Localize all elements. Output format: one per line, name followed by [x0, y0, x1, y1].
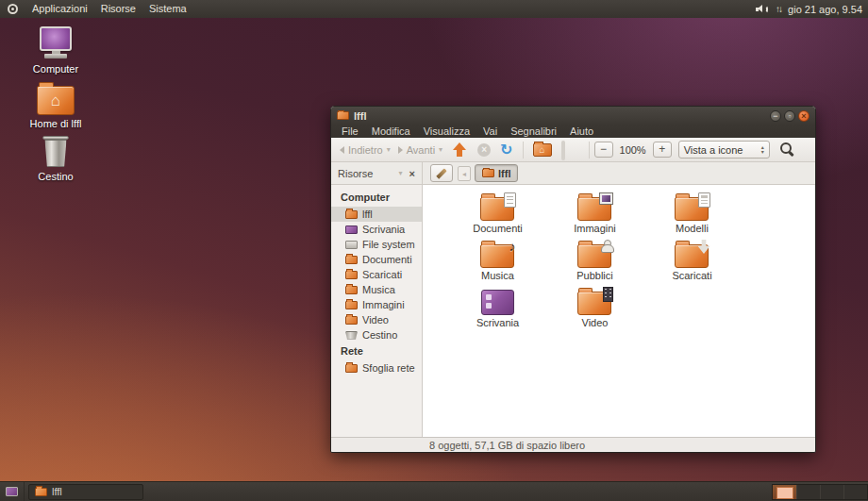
network-updown-icon[interactable]: ↑↓ [776, 4, 781, 14]
folder-icon [345, 271, 358, 279]
toolbar-separator [589, 142, 590, 159]
path-row: Risorse ▾ × ◂ lffl [331, 162, 815, 185]
forward-label: Avanti [407, 144, 435, 156]
file-documenti[interactable]: Documenti [449, 192, 546, 240]
path-button-lffl[interactable]: lffl [475, 164, 518, 182]
titlebar[interactable]: lffl − ▫ × [331, 107, 815, 125]
template-emblem-icon [698, 192, 710, 208]
sidebar-close-button[interactable]: × [409, 168, 415, 179]
sidebar-item-video[interactable]: Video [331, 312, 422, 327]
document-emblem-icon [504, 192, 516, 208]
sidebar-heading-computer: Computer [331, 189, 422, 207]
path-scroll-left-button[interactable]: ◂ [458, 166, 471, 181]
minimize-button[interactable]: − [770, 110, 781, 122]
workspace-switcher [772, 484, 868, 500]
file-modelli[interactable]: Modelli [643, 192, 741, 240]
desktop-icon-trash[interactable]: Cestino [19, 136, 92, 182]
spinner-icon: ▴▾ [761, 145, 764, 154]
monitor-icon [561, 141, 565, 160]
panel-indicators: ↑↓ gio 21 ago, 9.54 [756, 4, 862, 15]
sidebar-item-lffl[interactable]: lffl [331, 207, 422, 222]
desktop-icon-label: Computer [33, 63, 78, 75]
zoom-level: 100% [620, 144, 646, 156]
top-panel: Applicazioni Risorse Sistema ↑↓ gio 21 a… [0, 0, 868, 18]
workspace-4[interactable] [843, 485, 867, 499]
folder-icon [345, 286, 358, 294]
file-scrivania[interactable]: Scrivania [449, 287, 546, 334]
folder-icon [482, 169, 494, 177]
file-manager-window: lffl − ▫ × File Modifica Visualizza Vai … [330, 106, 816, 453]
stop-button[interactable]: × [477, 143, 491, 157]
menu-modifica[interactable]: Modifica [365, 125, 417, 138]
window-title: lffl [354, 110, 366, 122]
sidebar-item-musica[interactable]: Musica [331, 282, 422, 297]
clock[interactable]: gio 21 ago, 9.54 [788, 4, 862, 15]
film-emblem-icon [603, 287, 613, 302]
status-bar: 8 oggetti, 57,1 GB di spazio libero [331, 437, 815, 452]
menu-vai[interactable]: Vai [476, 125, 504, 138]
menu-segnalibri[interactable]: Segnalibri [504, 125, 563, 138]
back-label: Indietro [348, 144, 383, 156]
edit-location-button[interactable] [430, 164, 453, 182]
sidebar-item-sfoglia-rete[interactable]: Sfoglia rete [331, 360, 422, 376]
back-dropdown-icon: ▾ [387, 145, 391, 154]
forward-button[interactable]: Avanti ▾ [394, 144, 446, 156]
sidebar-item-file-system[interactable]: File system [331, 237, 422, 252]
person-emblem-icon [600, 240, 613, 253]
house-glyph: ⌂ [539, 145, 544, 155]
workspace-1[interactable] [773, 485, 796, 499]
back-button[interactable]: Indietro ▾ [336, 144, 394, 156]
computer-button[interactable] [561, 142, 579, 158]
show-desktop-button[interactable] [0, 482, 25, 501]
maximize-button[interactable]: ▫ [784, 110, 795, 122]
view-mode-value: Vista a icone [684, 144, 743, 156]
menu-visualizza[interactable]: Visualizza [417, 125, 476, 138]
desktop-icon-home[interactable]: ⌂ Home di lffl [19, 81, 92, 129]
ubuntu-logo-icon[interactable] [8, 4, 18, 14]
home-button[interactable]: ⌂ [533, 143, 552, 157]
home-folder-icon: ⌂ [37, 86, 75, 115]
places-label: Risorse [338, 168, 373, 179]
taskbar-window-label: lffl [52, 486, 62, 497]
toolbar-separator [523, 142, 524, 159]
desktop-icons: Computer ⌂ Home di lffl Cestino [19, 26, 92, 189]
sidebar-heading-rete: Rete [331, 342, 422, 360]
menu-sistema[interactable]: Sistema [142, 0, 193, 18]
close-button[interactable]: × [798, 110, 810, 122]
zoom-in-button[interactable]: + [653, 142, 672, 158]
menu-file[interactable]: File [335, 125, 365, 138]
desktop: Applicazioni Risorse Sistema ↑↓ gio 21 a… [0, 0, 868, 501]
path-label: lffl [498, 168, 510, 179]
volume-icon[interactable] [756, 4, 769, 14]
menu-risorse[interactable]: Risorse [94, 0, 142, 18]
sidebar-item-scrivania[interactable]: Scrivania [331, 222, 422, 237]
show-desktop-icon [6, 487, 18, 496]
file-video[interactable]: Video [546, 287, 643, 334]
desktop-icon-computer[interactable]: Computer [19, 26, 92, 75]
search-button[interactable] [780, 142, 794, 157]
sidebar-item-scaricati[interactable]: Scaricati [331, 267, 422, 282]
file-musica[interactable]: ♪ Musica [449, 240, 546, 287]
pencil-icon [436, 168, 446, 178]
drive-icon [345, 241, 358, 249]
up-button[interactable] [452, 142, 467, 158]
file-immagini[interactable]: Immagini [546, 192, 643, 240]
taskbar-window-button[interactable]: lffl [28, 484, 143, 500]
chevron-left-icon: ◂ [462, 170, 466, 178]
sidebar-item-documenti[interactable]: Documenti [331, 252, 422, 267]
menu-aiuto[interactable]: Aiuto [563, 125, 600, 138]
zoom-out-button[interactable]: − [594, 142, 613, 158]
menu-applicazioni[interactable]: Applicazioni [25, 0, 94, 18]
file-scaricati[interactable]: Scaricati [643, 240, 741, 287]
view-mode-select[interactable]: Vista a icone ▴▾ [678, 141, 770, 159]
workspace-2[interactable] [796, 485, 820, 499]
refresh-button[interactable]: ↻ [500, 142, 512, 158]
file-pubblici[interactable]: Pubblici [546, 240, 643, 287]
house-glyph: ⌂ [51, 92, 60, 109]
sidebar-item-immagini[interactable]: Immagini [331, 297, 422, 312]
music-note-emblem-icon: ♪ [509, 240, 516, 253]
places-selector[interactable]: Risorse ▾ × [331, 162, 423, 184]
workspace-3[interactable] [820, 485, 843, 499]
sidebar-item-cestino[interactable]: Cestino [331, 327, 422, 342]
toolbar: Indietro ▾ Avanti ▾ × ↻ ⌂ − 100% + [331, 138, 815, 162]
